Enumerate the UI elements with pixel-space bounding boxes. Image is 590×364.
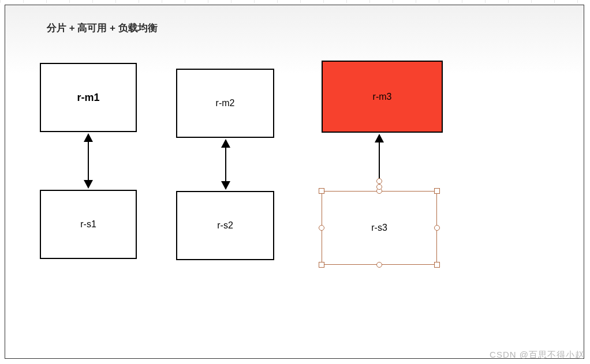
selection-handle-s[interactable] bbox=[376, 262, 382, 268]
ruler-top bbox=[0, 0, 590, 3]
diagram-stage: 分片 + 高可用 + 负载均衡 r-m1 r-s1 r-m2 r-s2 r-m3… bbox=[0, 0, 590, 364]
node-label: r-s3 bbox=[371, 223, 387, 233]
node-label: r-m3 bbox=[373, 92, 392, 102]
connector-endpoint[interactable] bbox=[376, 184, 382, 190]
selection-handle-nw[interactable] bbox=[319, 188, 324, 194]
node-r-m1[interactable]: r-m1 bbox=[40, 63, 137, 132]
connector-m1-s1[interactable] bbox=[88, 141, 89, 181]
arrow-head-down-icon bbox=[221, 181, 230, 190]
selection-handle-e[interactable] bbox=[434, 225, 440, 231]
diagram-title: 分片 + 高可用 + 负载均衡 bbox=[47, 21, 158, 35]
arrow-head-down-icon bbox=[84, 180, 93, 189]
node-r-m3[interactable]: r-m3 bbox=[322, 61, 443, 133]
node-label: r-s1 bbox=[80, 219, 96, 230]
node-r-s1[interactable]: r-s1 bbox=[40, 190, 137, 259]
selection-handle-se[interactable] bbox=[434, 262, 440, 268]
connector-m2-s2[interactable] bbox=[225, 147, 226, 182]
connector-endpoint[interactable] bbox=[376, 178, 382, 184]
node-r-m2[interactable]: r-m2 bbox=[176, 69, 274, 138]
selection-handle-sw[interactable] bbox=[319, 262, 324, 268]
node-label: r-m1 bbox=[77, 92, 99, 104]
selection-handle-ne[interactable] bbox=[434, 188, 440, 194]
watermark: CSDN @百思不得小赵 bbox=[490, 350, 584, 361]
node-label: r-s2 bbox=[217, 220, 233, 231]
node-label: r-m2 bbox=[216, 98, 235, 108]
selection-handle-w[interactable] bbox=[319, 225, 324, 231]
canvas[interactable]: 分片 + 高可用 + 负载均衡 r-m1 r-s1 r-m2 r-s2 r-m3… bbox=[5, 5, 584, 359]
node-r-s3[interactable]: r-s3 bbox=[322, 191, 437, 265]
node-r-s2[interactable]: r-s2 bbox=[176, 191, 274, 260]
